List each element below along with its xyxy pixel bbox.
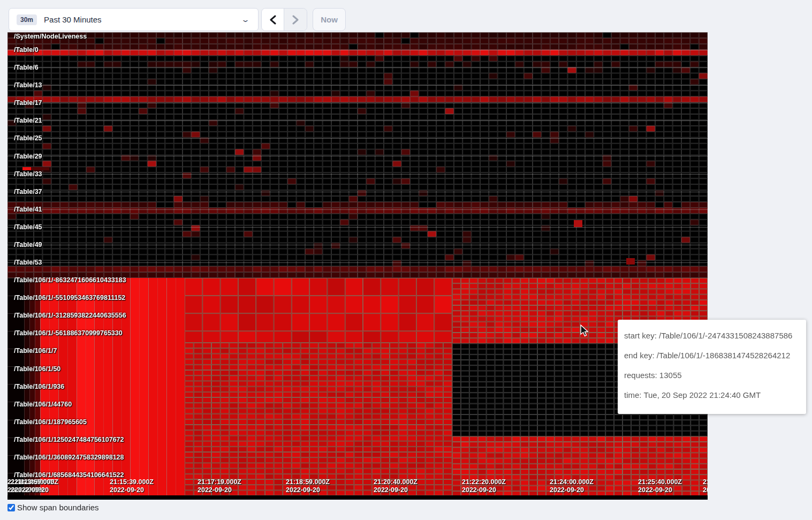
span-boundaries-row: Show span boundaries xyxy=(7,503,99,512)
range-tooltip: start key: /Table/106/1/-247433150824388… xyxy=(618,320,806,414)
now-button[interactable]: Now xyxy=(313,8,346,31)
keyvisualizer-heatmap-canvas[interactable] xyxy=(7,32,708,500)
tooltip-end-key: end key: /Table/106/1/-18683814745282642… xyxy=(624,345,800,365)
tooltip-time: time: Tue, 20 Sep 2022 21:24:40 GMT xyxy=(624,385,800,405)
time-window-badge: 30m xyxy=(17,14,37,25)
chevron-left-icon xyxy=(269,15,276,25)
next-time-button[interactable] xyxy=(284,9,307,31)
time-nav-group xyxy=(261,8,307,31)
chevron-right-icon xyxy=(292,15,299,25)
previous-time-button[interactable] xyxy=(262,9,284,31)
chevron-down-icon: ⌄ xyxy=(241,16,250,24)
tooltip-requests: requests: 13055 xyxy=(624,365,800,385)
show-span-boundaries-checkbox[interactable] xyxy=(7,504,15,511)
tooltip-start-key: start key: /Table/106/1/-247433150824388… xyxy=(624,326,800,345)
show-span-boundaries-label: Show span boundaries xyxy=(17,503,99,512)
key-visualizer: /System/NodeLiveness/Table/0/Table/6/Tab… xyxy=(7,32,708,500)
time-window-select[interactable]: 30m Past 30 Minutes ⌄ xyxy=(9,8,259,31)
time-window-label: Past 30 Minutes xyxy=(44,15,242,24)
